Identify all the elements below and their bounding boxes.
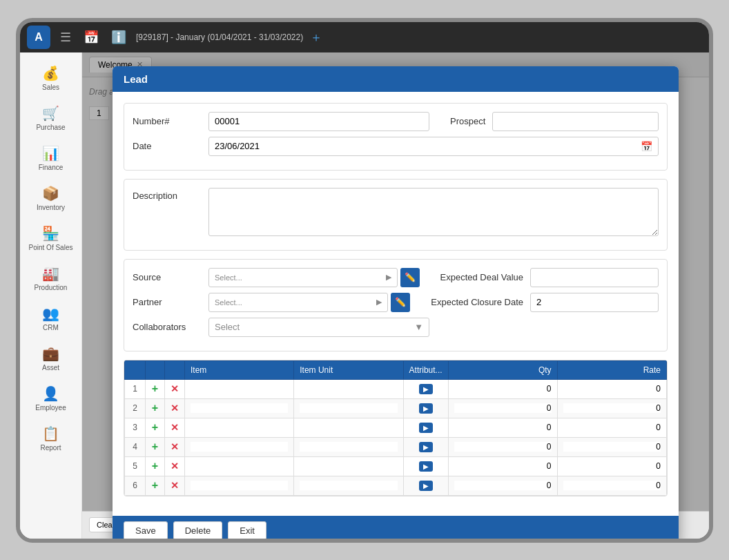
sidebar-item-crm[interactable]: 👥 CRM: [23, 300, 79, 337]
sidebar-item-inventory[interactable]: 📦 Inventory: [23, 180, 79, 217]
del-row-icon[interactable]: ✕: [171, 480, 179, 491]
item-input[interactable]: [191, 461, 288, 471]
partner-select[interactable]: Select... ▶: [208, 293, 388, 312]
add-row-icon[interactable]: +: [152, 402, 158, 414]
add-row-icon[interactable]: +: [152, 421, 158, 433]
qty-input[interactable]: [454, 403, 552, 413]
attr-cell[interactable]: ▶: [403, 379, 448, 398]
sidebar-item-sales[interactable]: 💰 Sales: [23, 59, 79, 97]
menu-icon[interactable]: ☰: [60, 30, 71, 45]
sidebar-item-asset[interactable]: 💼 Asset: [23, 340, 79, 377]
attr-arrow-button[interactable]: ▶: [419, 384, 433, 394]
item-input[interactable]: [191, 442, 288, 452]
del-row-icon[interactable]: ✕: [171, 461, 179, 472]
del-row-cell[interactable]: ✕: [165, 398, 185, 418]
qty-cell[interactable]: [448, 476, 557, 495]
add-row-cell[interactable]: +: [146, 379, 165, 398]
del-row-cell[interactable]: ✕: [165, 379, 185, 398]
del-row-icon[interactable]: ✕: [171, 422, 179, 433]
save-button[interactable]: Save: [124, 521, 168, 539]
rate-cell[interactable]: [557, 379, 666, 398]
sidebar-item-pos[interactable]: 🏪 Point Of Sales: [23, 220, 79, 257]
attr-cell[interactable]: ▶: [403, 418, 448, 437]
item-input[interactable]: [191, 481, 288, 490]
item-unit-cell[interactable]: [294, 437, 403, 456]
partner-edit-button[interactable]: ✏️: [391, 293, 410, 312]
item-unit-input[interactable]: [300, 403, 397, 413]
item-cell[interactable]: [185, 437, 294, 456]
del-row-icon[interactable]: ✕: [171, 383, 179, 394]
add-row-cell[interactable]: +: [146, 418, 165, 437]
item-unit-cell[interactable]: [294, 379, 403, 398]
sidebar-item-production[interactable]: 🏭 Production: [23, 260, 79, 297]
qty-input[interactable]: [454, 442, 552, 452]
qty-input[interactable]: [454, 384, 552, 394]
rate-cell[interactable]: [557, 437, 666, 456]
item-unit-input[interactable]: [300, 423, 397, 432]
qty-cell[interactable]: [448, 437, 557, 456]
source-select[interactable]: Select... ▶: [208, 268, 398, 287]
add-row-cell[interactable]: +: [146, 437, 165, 456]
calendar-icon[interactable]: 📅: [641, 141, 652, 152]
add-row-cell[interactable]: +: [146, 476, 165, 495]
rate-cell[interactable]: [557, 456, 666, 476]
qty-cell[interactable]: [448, 456, 557, 476]
item-unit-cell[interactable]: [294, 398, 403, 418]
item-input[interactable]: [191, 403, 288, 413]
qty-cell[interactable]: [448, 379, 557, 398]
item-cell[interactable]: [185, 398, 294, 418]
item-unit-cell[interactable]: [294, 418, 403, 437]
rate-cell[interactable]: [557, 398, 666, 418]
rate-cell[interactable]: [557, 418, 666, 437]
rate-input[interactable]: [563, 384, 661, 394]
rate-input[interactable]: [563, 442, 661, 452]
item-cell[interactable]: [185, 379, 294, 398]
attr-arrow-button[interactable]: ▶: [419, 461, 433, 472]
add-row-icon[interactable]: +: [152, 383, 158, 394]
attr-arrow-button[interactable]: ▶: [419, 481, 433, 491]
del-row-icon[interactable]: ✕: [171, 403, 179, 414]
rate-input[interactable]: [563, 461, 661, 471]
sidebar-item-finance[interactable]: 📊 Finance: [23, 139, 79, 177]
attr-cell[interactable]: ▶: [403, 476, 448, 495]
qty-cell[interactable]: [448, 398, 557, 418]
add-row-cell[interactable]: +: [146, 398, 165, 418]
attr-cell[interactable]: ▶: [403, 456, 448, 476]
expected-deal-input[interactable]: [530, 268, 659, 287]
add-session-icon[interactable]: ＋: [310, 29, 322, 46]
attr-cell[interactable]: ▶: [403, 398, 448, 418]
sidebar-item-report[interactable]: 📋 Report: [23, 420, 79, 457]
collaborators-select[interactable]: Select ▼: [208, 318, 429, 337]
item-unit-input[interactable]: [300, 461, 397, 471]
prospect-input[interactable]: [492, 112, 659, 131]
del-row-cell[interactable]: ✕: [165, 437, 185, 456]
delete-button[interactable]: Delete: [173, 521, 223, 539]
item-cell[interactable]: [185, 476, 294, 495]
sidebar-item-employee[interactable]: 👤 Employee: [23, 380, 79, 417]
item-unit-input[interactable]: [300, 442, 397, 452]
add-row-icon[interactable]: +: [152, 479, 158, 491]
del-row-cell[interactable]: ✕: [165, 476, 185, 495]
item-input[interactable]: [191, 384, 288, 394]
attr-arrow-button[interactable]: ▶: [419, 423, 433, 433]
attr-arrow-button[interactable]: ▶: [419, 442, 433, 452]
date-input-container[interactable]: 📅: [208, 137, 659, 156]
item-unit-input[interactable]: [300, 481, 397, 490]
sidebar-item-purchase[interactable]: 🛒 Purchase: [23, 99, 79, 137]
description-textarea[interactable]: [208, 188, 659, 236]
qty-cell[interactable]: [448, 418, 557, 437]
add-row-cell[interactable]: +: [146, 456, 165, 476]
qty-input[interactable]: [454, 461, 552, 471]
item-cell[interactable]: [185, 456, 294, 476]
date-input[interactable]: [215, 141, 635, 151]
calendar-top-icon[interactable]: 📅: [84, 30, 99, 45]
attr-cell[interactable]: ▶: [403, 437, 448, 456]
item-unit-cell[interactable]: [294, 456, 403, 476]
del-row-cell[interactable]: ✕: [165, 456, 185, 476]
number-input[interactable]: [208, 112, 429, 131]
add-row-icon[interactable]: +: [152, 460, 158, 472]
item-cell[interactable]: [185, 418, 294, 437]
expected-closure-input[interactable]: [530, 293, 659, 312]
item-input[interactable]: [191, 423, 288, 432]
item-unit-input[interactable]: [300, 384, 397, 394]
